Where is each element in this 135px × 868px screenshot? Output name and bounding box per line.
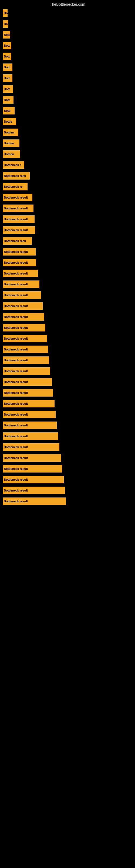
bar-row: Bott [3, 52, 132, 61]
bar-item: Bott [3, 53, 11, 60]
bar-label: Bottleneck resu [4, 174, 26, 177]
bar-item: Bottleneck result [3, 411, 56, 418]
bar-label: Bottleneck result [4, 261, 28, 264]
bar-label: Bottlen [4, 152, 14, 156]
bar-row: Bottleneck result [3, 453, 132, 463]
bar-label: Bottleneck result [4, 218, 28, 221]
bar-row: Bottleneck result [3, 290, 132, 300]
bar-row: Bottleneck result [3, 486, 132, 495]
bar-row: Bott [3, 95, 132, 105]
bar-label: Bottleneck result [4, 196, 28, 199]
bar-row: Bott [3, 30, 132, 40]
bar-label: Bottleneck result [4, 337, 28, 340]
bar-label: Bottleneck result [4, 413, 28, 416]
bar-label: Bottleneck result [4, 228, 28, 231]
bar-label: Bottl [4, 109, 10, 112]
bar-label: Bottleneck result [4, 445, 28, 448]
bar-item: Bottleneck result [3, 389, 53, 397]
bar-row: Bottleneck result [3, 323, 132, 333]
bar-item: Bottleneck result [3, 291, 41, 299]
bar-row: Bottleneck result [3, 377, 132, 387]
bar-label: Bottlen [4, 131, 14, 134]
bar-item: Bott [3, 63, 12, 71]
site-title: TheBottlenecker.com [0, 0, 135, 8]
bar-label: Bottlen [4, 142, 14, 145]
bar-label: Bottleneck result [4, 207, 28, 210]
bar-item: Bottlen [3, 129, 18, 136]
bar-row: Bottleneck result [3, 399, 132, 408]
bar-row: Bottleneck result [3, 334, 132, 343]
bar-item: Bottleneck result [3, 194, 32, 201]
bar-label: Bottleneck result [4, 478, 28, 481]
bar-item: Bottleneck result [3, 378, 52, 386]
bar-label: Bottleneck result [4, 456, 28, 460]
bar-item: Bottleneck result [3, 465, 62, 472]
bar-item: Bottleneck result [3, 335, 47, 342]
bar-label: Bo [4, 22, 8, 26]
bar-row: Bottl [3, 106, 132, 116]
bar-row: Bottleneck r [3, 160, 132, 170]
bar-item: Bottleneck result [3, 367, 50, 375]
bar-row: Bottleneck result [3, 410, 132, 420]
bar-row: Bott [3, 84, 132, 94]
bar-label: Bott [4, 66, 10, 69]
bar-label: Bott [4, 76, 10, 80]
bar-row: Bottleneck result [3, 431, 132, 441]
bar-row: Bottlen [3, 149, 132, 159]
bar-item: Bottleneck resu [3, 172, 30, 180]
bar-label: Bottleneck result [4, 304, 28, 308]
bar-item: Bottleneck result [3, 454, 61, 462]
bar-label: Bottleneck result [4, 250, 28, 253]
bar-item: Bottleneck result [3, 400, 54, 407]
bar-row: Bo [3, 19, 132, 29]
bar-row: Bottleneck result [3, 421, 132, 430]
bars-container: BoBoBottBottBottBottBottBottBottBottlBot… [0, 8, 135, 507]
bar-label: Bottleneck result [4, 489, 28, 492]
bar-label: Bottleneck result [4, 500, 28, 503]
bar-label: Bottleneck result [4, 293, 28, 297]
bar-item: Bottleneck resu [3, 237, 32, 245]
bar-item: Bott [3, 96, 13, 104]
bar-item: Bottleneck result [3, 356, 49, 364]
bar-item: Bo [3, 9, 8, 17]
bar-label: Bottle [4, 120, 12, 123]
bar-row: Bottleneck result [3, 225, 132, 235]
bar-label: Bottleneck re [4, 185, 23, 188]
bar-row: Bottleneck result [3, 442, 132, 452]
bar-label: Bott [4, 87, 10, 91]
bar-row: Bottleneck result [3, 496, 132, 506]
bar-row: Bott [3, 41, 132, 51]
bar-row: Bottleneck result [3, 312, 132, 322]
bar-row: Bott [3, 62, 132, 72]
bar-row: Bottleneck re [3, 182, 132, 191]
bar-item: Bottleneck result [3, 487, 65, 494]
bar-item: Bottleneck result [3, 346, 48, 353]
bar-row: Bottleneck result [3, 301, 132, 311]
bar-row: Bottleneck resu [3, 236, 132, 246]
bar-row: Bottleneck result [3, 193, 132, 203]
bar-item: Bottleneck result [3, 280, 39, 288]
bar-row: Bottle [3, 117, 132, 126]
bar-row: Bottlen [3, 138, 132, 148]
bar-item: Bottlen [3, 150, 20, 158]
bar-row: Bottleneck result [3, 214, 132, 224]
bar-row: Bottleneck result [3, 464, 132, 474]
bar-row: Bottleneck resu [3, 171, 132, 181]
bar-label: Bottleneck result [4, 315, 28, 318]
bar-row: Bo [3, 8, 132, 18]
bar-item: Bottleneck result [3, 205, 34, 212]
bar-label: Bottleneck result [4, 467, 28, 470]
bar-row: Bottleneck result [3, 344, 132, 354]
bar-label: Bottleneck result [4, 435, 28, 438]
bar-label: Bottleneck result [4, 359, 28, 362]
bar-item: Bottlen [3, 140, 19, 147]
bar-row: Bottleneck result [3, 279, 132, 289]
bar-item: Bottleneck result [3, 476, 64, 484]
bar-item: Bottleneck result [3, 313, 44, 321]
bar-row: Bottlen [3, 127, 132, 137]
bar-item: Bottleneck result [3, 422, 57, 429]
bar-label: Bott [4, 55, 10, 58]
bar-label: Bottleneck result [4, 348, 28, 351]
bar-item: Bottleneck result [3, 432, 58, 440]
bar-row: Bottleneck result [3, 366, 132, 376]
